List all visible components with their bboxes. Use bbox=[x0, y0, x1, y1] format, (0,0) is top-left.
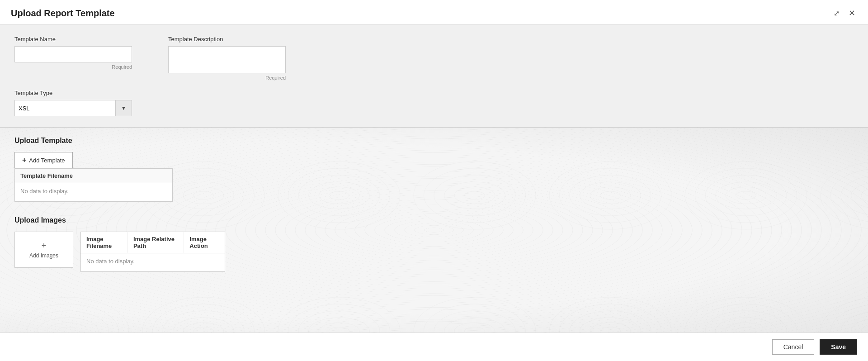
close-icon: ✕ bbox=[849, 8, 855, 18]
template-name-group: Template Name Required bbox=[14, 36, 132, 70]
images-table-body: No data to display. bbox=[81, 253, 225, 271]
add-template-label: Add Template bbox=[29, 157, 65, 164]
expand-icon: ⤢ bbox=[834, 9, 840, 18]
form-section: Template Name Required Template Descript… bbox=[0, 25, 868, 128]
add-images-plus-icon: + bbox=[42, 241, 47, 251]
template-type-select-wrapper: XSL PDF DOCX ▼ bbox=[14, 100, 132, 116]
upload-images-section: Upload Images + Add Images Image Filenam… bbox=[14, 216, 854, 272]
template-description-required: Required bbox=[168, 75, 286, 81]
form-row-top: Template Name Required Template Descript… bbox=[14, 36, 854, 81]
upload-template-title: Upload Template bbox=[14, 137, 854, 145]
dialog-title: Upload Report Template bbox=[11, 8, 115, 19]
dialog-body: Template Name Required Template Descript… bbox=[0, 25, 868, 332]
cancel-button[interactable]: Cancel bbox=[772, 339, 815, 355]
image-relative-path-column-header: Image Relative Path bbox=[128, 232, 184, 253]
template-type-group: Template Type XSL PDF DOCX ▼ bbox=[14, 90, 132, 116]
template-table-body: No data to display. bbox=[15, 183, 172, 201]
dialog-header-actions: ⤢ ✕ bbox=[832, 7, 857, 19]
template-type-dropdown-arrow[interactable]: ▼ bbox=[115, 100, 132, 116]
template-name-required: Required bbox=[14, 64, 132, 70]
upload-report-template-dialog: Upload Report Template ⤢ ✕ Template Name… bbox=[0, 0, 868, 361]
template-description-label: Template Description bbox=[168, 36, 286, 43]
template-type-label: Template Type bbox=[14, 90, 132, 96]
images-no-data: No data to display. bbox=[86, 256, 135, 266]
template-description-input[interactable] bbox=[168, 46, 286, 73]
template-type-select[interactable]: XSL PDF DOCX bbox=[15, 102, 115, 114]
content-area: Upload Template + Add Template Template … bbox=[0, 128, 868, 332]
images-table-header: Image Filename Image Relative Path Image… bbox=[81, 232, 225, 253]
template-no-data: No data to display. bbox=[20, 186, 69, 196]
image-action-column-header: Image Action bbox=[184, 232, 225, 253]
add-template-button[interactable]: + Add Template bbox=[14, 152, 73, 168]
add-images-label: Add Images bbox=[29, 252, 58, 259]
images-content: + Add Images Image Filename Image Relati… bbox=[14, 232, 854, 272]
template-table-header: Template Filename bbox=[15, 169, 172, 183]
dialog-header: Upload Report Template ⤢ ✕ bbox=[0, 0, 868, 25]
upload-template-section: Upload Template + Add Template Template … bbox=[14, 137, 854, 202]
save-button[interactable]: Save bbox=[820, 339, 857, 355]
dialog-footer: Cancel Save bbox=[0, 332, 868, 361]
upload-images-title: Upload Images bbox=[14, 216, 854, 224]
add-template-plus-icon: + bbox=[22, 156, 26, 164]
template-description-group: Template Description Required bbox=[168, 36, 286, 81]
add-images-button[interactable]: + Add Images bbox=[29, 241, 58, 259]
form-row-type: Template Type XSL PDF DOCX ▼ bbox=[14, 90, 854, 116]
add-images-area[interactable]: + Add Images bbox=[14, 232, 73, 268]
close-button[interactable]: ✕ bbox=[847, 7, 857, 19]
template-name-input[interactable] bbox=[14, 46, 132, 62]
images-table: Image Filename Image Relative Path Image… bbox=[80, 232, 225, 272]
template-filename-table: Template Filename No data to display. bbox=[14, 168, 173, 202]
image-filename-column-header: Image Filename bbox=[81, 232, 128, 253]
template-name-label: Template Name bbox=[14, 36, 132, 43]
template-filename-column-header: Template Filename bbox=[15, 169, 172, 183]
expand-button[interactable]: ⤢ bbox=[832, 8, 841, 19]
